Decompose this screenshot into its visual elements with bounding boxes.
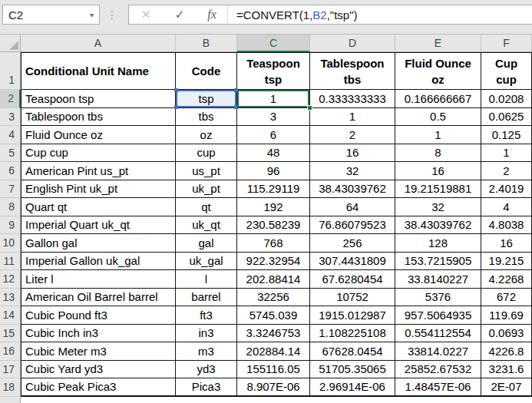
cell-D13[interactable]: 10752 (310, 289, 395, 307)
formula-bar-drag-handle-icon[interactable]: ⋮ (107, 5, 117, 25)
name-box[interactable]: C2 ▾ (2, 5, 100, 25)
cell-A5[interactable]: Cup cup (21, 144, 176, 163)
cell-D4[interactable]: 2 (310, 126, 395, 144)
cell-C12[interactable]: 202.88414 (237, 270, 310, 289)
cell-E8[interactable]: 32 (395, 198, 481, 216)
column-header-C[interactable]: C (237, 35, 310, 52)
cell-F8[interactable]: 4 (481, 198, 532, 216)
cell-A14[interactable]: Cubic Pound ft3 (21, 306, 176, 325)
cell-B15[interactable]: in3 (176, 325, 237, 343)
cell-D10[interactable]: 256 (310, 234, 395, 253)
cell-D11[interactable]: 307.4431809 (310, 253, 395, 271)
row-header-15[interactable]: 15 (0, 325, 21, 343)
cell-D14[interactable]: 1915.012987 (310, 306, 395, 325)
cell-F17[interactable]: 3231.6 (481, 361, 532, 379)
cell-B2[interactable]: tsp (176, 90, 237, 108)
cell-A18[interactable]: Cubic Peak Pica3 (21, 378, 176, 397)
cell-D8[interactable]: 64 (310, 198, 395, 216)
cell-F16[interactable]: 4226.8 (481, 342, 532, 361)
cell-C14[interactable]: 5745.039 (237, 306, 310, 325)
cell-D18[interactable]: 2.96914E-06 (310, 378, 395, 397)
cell-B6[interactable]: us_pt (176, 162, 237, 180)
cell-D7[interactable]: 38.43039762 (310, 180, 395, 199)
row-header-5[interactable]: 5 (0, 144, 21, 163)
cell-C8[interactable]: 192 (237, 198, 310, 216)
cell-F6[interactable]: 2 (481, 162, 532, 180)
cell-E5[interactable]: 8 (395, 144, 481, 163)
cell-B4[interactable]: oz (176, 126, 237, 144)
cell-A16[interactable]: Cubic Meter m3 (21, 342, 176, 361)
cell-C7[interactable]: 115.29119 (237, 180, 310, 199)
cell-F7[interactable]: 2.4019 (481, 180, 532, 199)
formula-input[interactable]: =CONVERT(1,B2,"tsp") (236, 8, 358, 21)
row-header-19-partial[interactable] (0, 397, 21, 403)
column-header-B[interactable]: B (176, 35, 237, 52)
column-header-A[interactable]: A (21, 35, 176, 52)
cell-C10[interactable]: 768 (237, 234, 310, 253)
cell-C4[interactable]: 6 (237, 126, 310, 144)
cell-D2[interactable]: 0.333333333 (310, 90, 395, 108)
cell-D5[interactable]: 16 (310, 144, 395, 163)
cell-E6[interactable]: 16 (395, 162, 481, 180)
row-header-18[interactable]: 18 (0, 378, 21, 397)
row-header-9[interactable]: 9 (0, 216, 21, 235)
cell-B12[interactable]: l (176, 270, 237, 289)
cell-C9[interactable]: 230.58239 (237, 216, 310, 235)
cell-C17[interactable]: 155116.05 (237, 361, 310, 379)
cell-B17[interactable]: yd3 (176, 361, 237, 379)
cell-F1[interactable]: Cup cup (481, 52, 532, 90)
cell-C15[interactable]: 3.3246753 (237, 325, 310, 343)
cell-D17[interactable]: 51705.35065 (310, 361, 395, 379)
cell-B14[interactable]: ft3 (176, 306, 237, 325)
cell-F4[interactable]: 0.125 (481, 126, 532, 144)
cell-A10[interactable]: Gallon gal (21, 234, 176, 253)
cell-F5[interactable]: 1 (481, 144, 532, 163)
cell-C18[interactable]: 8.907E-06 (237, 378, 310, 397)
row-header-4[interactable]: 4 (0, 126, 21, 144)
column-header-F[interactable]: F (481, 35, 532, 52)
row-header-6[interactable]: 6 (0, 162, 21, 180)
cell-F10[interactable]: 16 (481, 234, 532, 253)
row-header-1[interactable]: 1 (0, 52, 21, 90)
cell-A3[interactable]: Tablespoon tbs (21, 108, 176, 127)
row-header-13[interactable]: 13 (0, 289, 21, 307)
row-header-14[interactable]: 14 (0, 306, 21, 325)
cell-E13[interactable]: 5376 (395, 289, 481, 307)
cell-F13[interactable]: 672 (481, 289, 532, 307)
cell-E14[interactable]: 957.5064935 (395, 306, 481, 325)
row-header-17[interactable]: 17 (0, 361, 21, 379)
cell-B13[interactable]: barrel (176, 289, 237, 307)
cell-F3[interactable]: 0.0625 (481, 108, 532, 127)
cell-A6[interactable]: American Pint us_pt (21, 162, 176, 180)
cell-B3[interactable]: tbs (176, 108, 237, 127)
cell-B11[interactable]: uk_gal (176, 253, 237, 271)
cell-B1[interactable]: Code (176, 52, 237, 90)
cell-E11[interactable]: 153.7215905 (395, 253, 481, 271)
cell-F15[interactable]: 0.0693 (481, 325, 532, 343)
cell-A4[interactable]: Fluid Ounce oz (21, 126, 176, 144)
cell-B9[interactable]: uk_qt (176, 216, 237, 235)
cell-C3[interactable]: 3 (237, 108, 310, 127)
cell-F18[interactable]: 2E-07 (481, 378, 532, 397)
reference-handle-tl[interactable] (174, 88, 178, 92)
select-all-corner[interactable] (0, 35, 21, 52)
cell-C16[interactable]: 202884.14 (237, 342, 310, 361)
cell-A8[interactable]: Quart qt (21, 198, 176, 216)
cell-E4[interactable]: 1 (395, 126, 481, 144)
cell-F9[interactable]: 4.8038 (481, 216, 532, 235)
cancel-icon[interactable]: ✕ (129, 8, 163, 21)
cell-B16[interactable]: m3 (176, 342, 237, 361)
cell-F11[interactable]: 19.215 (481, 253, 532, 271)
column-header-D[interactable]: D (310, 35, 395, 52)
cell-A17[interactable]: Cubic Yard yd3 (21, 361, 176, 379)
enter-icon[interactable]: ✓ (163, 8, 197, 21)
cell-B7[interactable]: uk_pt (176, 180, 237, 199)
cell-F2[interactable]: 0.0208 (481, 90, 532, 108)
cell-A13[interactable]: American Oil Barrel barrel (21, 289, 176, 307)
fill-handle[interactable] (307, 105, 312, 111)
cell-D16[interactable]: 67628.0454 (310, 342, 395, 361)
reference-handle-bl[interactable] (174, 105, 178, 109)
cell-D9[interactable]: 76.86079523 (310, 216, 395, 235)
cell-C6[interactable]: 96 (237, 162, 310, 180)
insert-function-icon[interactable]: fx (197, 8, 227, 21)
